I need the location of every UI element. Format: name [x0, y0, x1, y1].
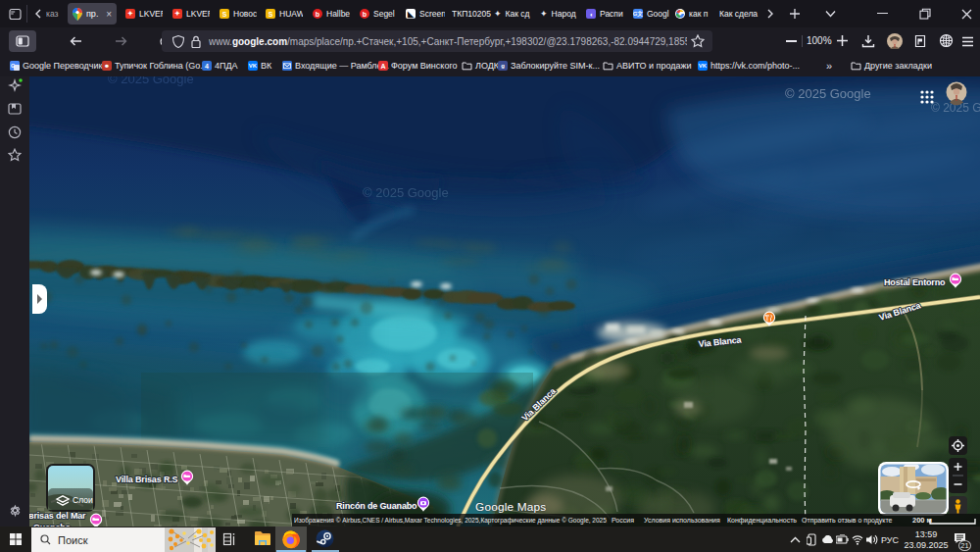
svg-text:© 2025 Google: © 2025 Google [108, 76, 194, 86]
svg-text:Google Maps: Google Maps [475, 500, 546, 514]
svg-text:G: G [11, 63, 15, 69]
svg-text:вrisas del Mar: вrisas del Mar [29, 511, 86, 521]
svg-text:Hostal Entorno: Hostal Entorno [884, 277, 946, 287]
svg-text:Villa Brisas R.S: Villa Brisas R.S [116, 475, 178, 484]
svg-text:© 2025 Google: © 2025 Google [363, 185, 449, 200]
svg-text:© 2025 Google: © 2025 Google [785, 86, 871, 101]
svg-text:Слои: Слои [73, 495, 93, 505]
svg-text:Rincón de Guanabo: Rincón de Guanabo [336, 501, 417, 511]
